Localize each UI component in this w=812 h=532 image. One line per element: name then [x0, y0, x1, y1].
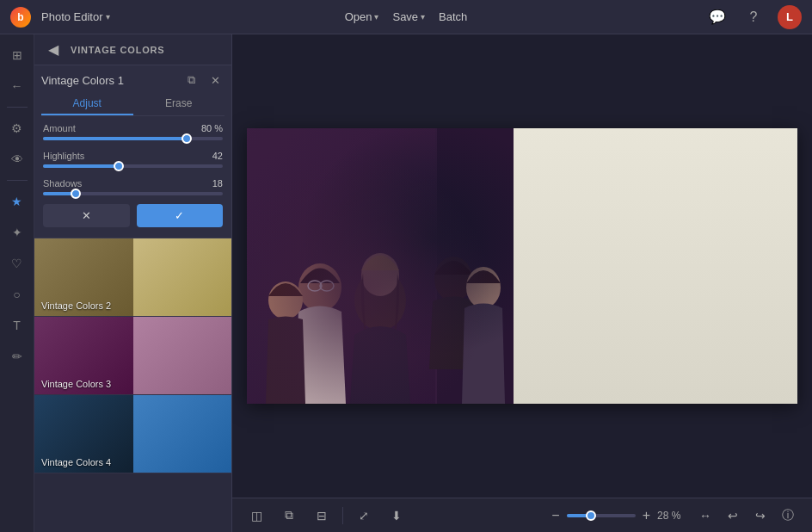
heart-tool-button[interactable]: ♡ [3, 250, 31, 277]
svg-point-27 [671, 394, 692, 403]
tab-erase[interactable]: Erase [133, 93, 225, 115]
back-button[interactable]: ← [3, 72, 31, 100]
duplicate-filter-button[interactable]: ⧉ [181, 71, 200, 90]
crop-button[interactable]: ⊟ [310, 504, 334, 528]
redo-button[interactable]: ↪ [748, 504, 772, 528]
topnav: b Photo Editor ▾ Open ▾ Save ▾ Batch 💬 ?… [0, 0, 812, 34]
filter-thumb-right [133, 238, 232, 316]
svg-point-30 [746, 395, 766, 404]
zoom-slider[interactable] [567, 514, 636, 517]
highlights-slider-section: Highlights 42 [34, 144, 231, 171]
app-title-arrow: ▾ [106, 12, 110, 22]
highlights-slider-track[interactable] [43, 164, 223, 168]
close-filter-button[interactable]: ✕ [206, 71, 225, 90]
zoom-plus-icon: + [643, 508, 650, 523]
info-icon: ⓘ [782, 508, 794, 523]
panel-back-button[interactable]: ◀ [43, 40, 64, 60]
text-icon: T [13, 319, 21, 332]
canvas-main [232, 34, 812, 498]
tab-adjust[interactable]: Adjust [41, 93, 133, 115]
svg-point-24 [618, 352, 659, 404]
effects-tool-button[interactable]: ★ [3, 188, 31, 215]
chat-icon-button[interactable]: 💬 [705, 5, 729, 29]
adjust-panel: Vintage Colors 1 ⧉ ✕ Adjust Erase A [34, 65, 231, 238]
icon-bar: ⊞ ← ⚙ 👁 ★ ✦ ♡ ○ T ✏ [0, 34, 34, 532]
download-button[interactable]: ⬇ [384, 504, 409, 528]
crop-tool-button[interactable]: ⊞ [3, 41, 31, 69]
zoom-in-button[interactable]: + [643, 508, 650, 523]
highlights-slider-thumb[interactable] [114, 161, 124, 171]
svg-rect-16 [514, 343, 797, 404]
fit-button[interactable]: ⤢ [352, 504, 376, 528]
highlights-label-row: Highlights 42 [43, 151, 223, 161]
user-avatar[interactable]: L [778, 5, 802, 29]
zoom-minus-icon: − [551, 508, 559, 523]
adjust-panel-header: Vintage Colors 1 ⧉ ✕ [34, 65, 231, 93]
layers-button[interactable]: ◫ [244, 504, 268, 528]
batch-button[interactable]: Batch [439, 10, 467, 23]
duplicate-icon: ⧉ [188, 73, 195, 87]
eye-tool-button[interactable]: 👁 [3, 145, 31, 173]
svg-point-7 [434, 257, 472, 301]
photo-left [247, 128, 514, 404]
app-title-button[interactable]: Photo Editor ▾ [41, 10, 110, 23]
back-icon: ← [11, 79, 23, 93]
info-button[interactable]: ⓘ [776, 504, 800, 528]
svg-point-5 [361, 253, 399, 296]
open-button[interactable]: Open ▾ [345, 10, 379, 23]
svg-point-28 [693, 395, 712, 404]
filter-list: Vintage Colors 2 Vintage Colors 3 Vintag… [34, 238, 231, 532]
amount-slider-thumb[interactable] [181, 133, 192, 144]
text-tool-button[interactable]: T [3, 312, 31, 339]
undo-icon: ↩ [728, 509, 738, 523]
shadows-slider-track[interactable] [43, 192, 223, 195]
help-icon-button[interactable]: ? [741, 5, 766, 29]
app-title-label: Photo Editor [41, 10, 103, 23]
photo-left-svg [247, 128, 514, 404]
eye-icon: 👁 [11, 152, 23, 166]
apply-icon: ✓ [175, 209, 184, 222]
rotate-left-icon: ↔ [699, 509, 711, 523]
filter-name-label: Vintage Colors 1 [41, 74, 124, 87]
svg-point-10 [308, 281, 322, 291]
amount-slider-track[interactable] [43, 137, 223, 140]
shadows-slider-thumb[interactable] [71, 189, 81, 199]
side-panel: ◀ VINTAGE COLORS Vintage Colors 1 ⧉ ✕ Ad [34, 34, 232, 532]
draw-tool-button[interactable]: ✏ [3, 343, 31, 370]
svg-rect-14 [514, 128, 797, 404]
help-icon: ? [750, 9, 758, 25]
rotate-buttons: ↔ ↩ ↪ ⓘ [693, 504, 800, 528]
magic-icon: ✦ [12, 226, 22, 239]
duplicate-button[interactable]: ⧉ [277, 504, 301, 528]
crop-tool-icon: ⊞ [12, 48, 22, 62]
adjust-panel-icons: ⧉ ✕ [181, 71, 225, 90]
svg-rect-17 [514, 197, 797, 204]
svg-point-11 [320, 281, 334, 291]
magic-tool-button[interactable]: ✦ [3, 219, 31, 246]
download-icon: ⬇ [391, 509, 402, 523]
zoom-thumb[interactable] [586, 510, 596, 521]
save-button[interactable]: Save ▾ [392, 10, 425, 23]
svg-point-19 [574, 234, 608, 272]
shadows-label-row: Shadows 18 [43, 178, 223, 189]
filter-label: Vintage Colors 3 [41, 379, 111, 389]
apply-button[interactable]: ✓ [137, 204, 224, 227]
svg-rect-2 [436, 128, 514, 404]
svg-point-9 [466, 267, 501, 308]
rotate-left-button[interactable]: ↔ [693, 504, 717, 528]
topnav-center: Open ▾ Save ▾ Batch [345, 10, 468, 23]
list-item[interactable]: Vintage Colors 2 [34, 238, 231, 317]
list-item[interactable]: Vintage Colors 3 [34, 317, 231, 395]
undo-button[interactable]: ↩ [721, 504, 745, 528]
cancel-button[interactable]: ✕ [43, 204, 130, 227]
panel-back-icon: ◀ [48, 41, 58, 58]
svg-point-23 [529, 335, 567, 404]
action-row: ✕ ✓ [34, 199, 231, 231]
panel-title: VINTAGE COLORS [71, 45, 164, 55]
zoom-out-button[interactable]: − [551, 508, 559, 523]
canvas-area: ◫ ⧉ ⊟ ⤢ ⬇ − [232, 34, 812, 532]
list-item[interactable]: Vintage Colors 4 [34, 395, 231, 473]
adjust-tool-button[interactable]: ⚙ [3, 114, 31, 142]
shape-tool-button[interactable]: ○ [3, 281, 31, 308]
panel-header: ◀ VINTAGE COLORS [34, 34, 231, 65]
